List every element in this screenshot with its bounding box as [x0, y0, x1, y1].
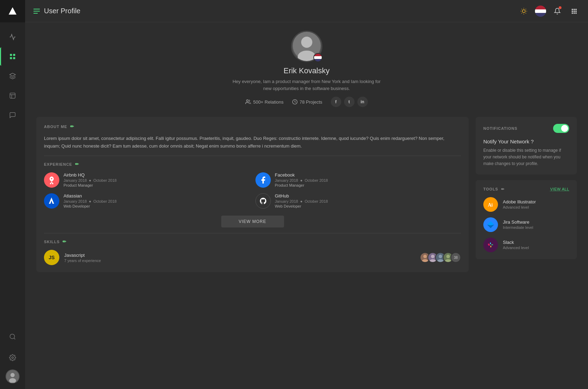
svg-rect-5: [10, 93, 15, 98]
app-logo[interactable]: [0, 0, 25, 22]
atlassian-logo: [44, 193, 59, 209]
svg-point-14: [522, 9, 525, 12]
svg-rect-57: [488, 244, 490, 245]
svg-rect-26: [572, 10, 573, 12]
svg-rect-24: [574, 9, 575, 10]
svg-line-18: [526, 13, 526, 13]
notifications-toggle[interactable]: [553, 124, 569, 133]
svg-point-8: [10, 334, 15, 339]
sidebar-item-objects[interactable]: [0, 67, 25, 85]
tool-item-slack: Slack Advanced level: [483, 238, 569, 252]
notifications-title: NOTIFICATIONS: [483, 126, 518, 130]
notification-bell-icon[interactable]: [552, 6, 563, 17]
svg-rect-29: [572, 12, 573, 14]
profile-avatar-wrap: [291, 31, 322, 62]
tool-item-jira: Jira Software Intermediate level: [483, 217, 569, 232]
skill-item-js: JS Javascript 7 years of experience: [44, 250, 461, 265]
exp-item-airbnb: Airbnb HQ January 2018 ● October 2018 Pr…: [44, 172, 250, 188]
exp-item-facebook: Facebook January 2018 ● October 2018 Pro…: [255, 172, 461, 188]
topbar: User Profile: [25, 0, 588, 22]
svg-point-38: [423, 255, 427, 258]
language-flag[interactable]: [535, 6, 546, 17]
divider-1: [44, 156, 461, 156]
sidebar-item-dashboard[interactable]: [0, 47, 25, 66]
js-info: Javascript 7 years of experience: [64, 253, 415, 263]
svg-rect-54: [490, 242, 491, 244]
sidebar-item-messages[interactable]: [0, 106, 25, 124]
svg-point-35: [247, 100, 248, 102]
linkedin-link[interactable]: in: [357, 97, 368, 107]
svg-rect-27: [574, 10, 575, 12]
profile-name: Erik Kovalsky: [36, 66, 577, 75]
about-text: Lorem ipsum dolor sit amet, consectetur …: [44, 135, 461, 150]
tools-edit-icon[interactable]: ✏: [501, 187, 505, 192]
sidebar-item-activity[interactable]: [0, 28, 25, 46]
experience-edit-icon[interactable]: ✏: [75, 162, 79, 167]
svg-line-9: [14, 338, 15, 339]
svg-rect-3: [10, 57, 12, 59]
divider-2: [44, 233, 461, 233]
skills-edit-icon[interactable]: ✏: [62, 239, 67, 244]
js-badge: JS: [44, 250, 59, 265]
twitter-link[interactable]: t: [344, 97, 355, 107]
svg-point-10: [12, 357, 14, 359]
exp-item-github: GitHub January 2018 ● October 2018 Web D…: [255, 193, 461, 209]
svg-rect-25: [575, 9, 577, 10]
svg-point-12: [10, 373, 15, 377]
user-avatar-sidebar[interactable]: [6, 369, 20, 383]
right-column: NOTIFICATIONS Notify Your Network ? Enab…: [476, 117, 577, 259]
skills-section-title: SKILLS ✏: [44, 239, 461, 244]
jira-info: Jira Software Intermediate level: [503, 219, 533, 230]
tool-item-illustrator: Ai Adobe Illustrator Advanced level: [483, 197, 569, 212]
atlassian-info: Atlassian January 2018 ● October 2018 We…: [64, 193, 250, 208]
experience-grid: Airbnb HQ January 2018 ● October 2018 Pr…: [44, 172, 461, 209]
svg-rect-30: [574, 12, 575, 14]
menu-icon[interactable]: [34, 9, 40, 14]
view-all-tools-link[interactable]: VIEW ALL: [550, 187, 569, 191]
profile-bio: Hey everyone, Iam a product manager from…: [230, 78, 384, 92]
toggle-thumb: [561, 125, 568, 132]
facebook-logo: [255, 172, 271, 188]
notifications-heading: Notify Your Network ?: [483, 139, 569, 144]
notification-badge: [559, 6, 561, 9]
sidebar-nav: [0, 22, 25, 328]
exp-item-atlassian: Atlassian January 2018 ● October 2018 We…: [44, 193, 250, 209]
svg-rect-1: [10, 54, 12, 56]
view-more-button[interactable]: VIEW MORE: [221, 216, 284, 227]
github-logo: [255, 193, 271, 209]
svg-line-17: [522, 9, 522, 9]
slack-icon: [483, 238, 498, 252]
sidebar-item-settings[interactable]: [0, 349, 25, 367]
notifications-card: NOTIFICATIONS Notify Your Network ? Enab…: [476, 117, 577, 174]
svg-rect-56: [490, 246, 491, 247]
projects-count: 78 Projects: [300, 99, 322, 105]
left-column: ABOUT ME ✏ Lorem ipsum dolor sit amet, c…: [36, 117, 469, 272]
svg-point-44: [439, 255, 442, 258]
sidebar: [0, 0, 25, 389]
facebook-link[interactable]: f: [331, 97, 341, 107]
svg-rect-4: [13, 57, 15, 59]
social-links: f t in: [331, 97, 368, 107]
profile-stats: 500+ Relations 78 Projects f t in: [36, 97, 577, 107]
relations-stat: 500+ Relations: [245, 99, 283, 105]
svg-marker-50: [487, 221, 494, 225]
about-edit-icon[interactable]: ✏: [70, 124, 74, 129]
skill-endorsers: 38: [420, 252, 461, 263]
theme-toggle-icon[interactable]: [518, 6, 529, 17]
apps-grid-icon[interactable]: [568, 6, 580, 17]
illustrator-icon: Ai: [483, 197, 498, 212]
topbar-left: User Profile: [34, 7, 80, 15]
projects-stat: 78 Projects: [292, 99, 322, 105]
content: Erik Kovalsky Hey everyone, Iam a produc…: [25, 22, 588, 389]
jira-icon: [483, 217, 498, 232]
svg-rect-28: [575, 10, 577, 12]
tools-title: TOOLS ✏: [483, 187, 505, 192]
sidebar-item-components[interactable]: [0, 87, 25, 105]
svg-rect-31: [575, 12, 577, 14]
sidebar-item-search[interactable]: [0, 328, 25, 346]
tools-card: TOOLS ✏ VIEW ALL Ai Adobe Illustrator: [476, 180, 577, 259]
slack-info: Slack Advanced level: [503, 240, 529, 250]
github-info: GitHub January 2018 ● October 2018 Web D…: [275, 193, 461, 208]
svg-rect-23: [572, 9, 573, 10]
about-section-title: ABOUT ME ✏: [44, 124, 461, 129]
